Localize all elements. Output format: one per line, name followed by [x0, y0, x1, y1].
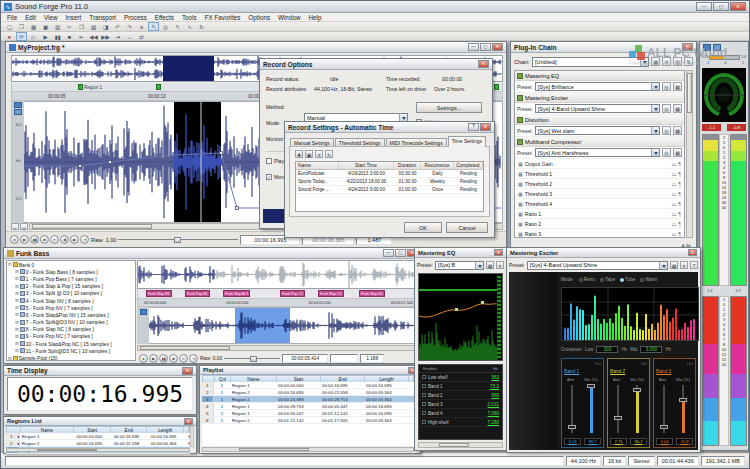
expander-icon[interactable]: ⊞ — [15, 298, 19, 303]
fader-icon[interactable]: ▭ — [672, 191, 677, 197]
preset-dropdown[interactable]: [Sys] Anti Harshness — [535, 148, 660, 157]
expander-icon[interactable]: ⊞ — [15, 327, 19, 332]
horizontal-scrollbar[interactable] — [6, 448, 190, 452]
plugin-entry[interactable]: Distortion Preset: [Sys] Wet slam ◎ ▦ — [515, 115, 684, 137]
tree-root[interactable]: ⊟ Bank 0 — [7, 261, 135, 268]
transport-icon[interactable]: ⟳ — [16, 32, 27, 41]
menu-item[interactable]: Tools — [178, 13, 201, 22]
expander-icon[interactable]: ⊞ — [15, 312, 19, 317]
automation-parameter-row[interactable]: ▦ Output Gain ▭ ¶ — [515, 159, 684, 169]
amt-value[interactable]: 3.04 — [564, 438, 581, 445]
zoom-in-button[interactable]: + — [20, 223, 28, 230]
overview-selection[interactable] — [163, 56, 214, 81]
tree-item[interactable]: ⊞ 7 - Funk Split@D3 NV [ 10 samples ] — [7, 319, 135, 326]
tree-item[interactable]: ⊞ 1 - Funk Pop Bass [ 7 samples ] — [7, 275, 135, 282]
plugin-ui-icon[interactable]: ▦ — [673, 126, 682, 135]
expander-icon[interactable]: ⊞ — [15, 284, 19, 289]
mastering-exciter-titlebar[interactable]: Mastering Exciter ✕ — [507, 248, 700, 258]
amt-slider-handle[interactable] — [568, 425, 576, 429]
channel-selector-icon[interactable] — [140, 309, 147, 315]
expander-icon[interactable]: ⊞ — [15, 320, 19, 325]
channel-selector-icon[interactable] — [14, 109, 22, 115]
eq-band-row[interactable]: Band 1 73.2 — [419, 382, 502, 391]
transport-button[interactable]: ◀ — [60, 235, 69, 244]
mix-value[interactable]: 90.2 — [630, 438, 647, 445]
window-maximize-button[interactable]: ▢ — [395, 249, 406, 257]
toolbar-icon[interactable]: ▣ — [40, 22, 51, 31]
transport-button[interactable]: ▶ — [70, 235, 79, 244]
bypass-icon[interactable]: ◎ — [662, 148, 671, 157]
menu-item[interactable]: Effects — [151, 13, 178, 22]
fader-icon[interactable]: ▭ — [672, 161, 677, 167]
enable-checkbox[interactable] — [422, 375, 426, 379]
transport-icon[interactable]: ▷ — [28, 32, 39, 41]
enable-checkbox[interactable] — [422, 393, 426, 397]
transport-button[interactable]: ▮▮ — [30, 235, 39, 244]
settings-toolbar-icon[interactable]: ▣ — [305, 150, 313, 158]
preset-dropdown[interactable]: [Sys] B — [435, 261, 484, 270]
menu-item[interactable]: Edit — [21, 13, 40, 22]
automation-parameter-row[interactable]: ▦ Threshold 3 ▭ ¶ — [515, 189, 684, 199]
toolbar-icon[interactable]: ↖ — [148, 22, 159, 31]
expander-icon[interactable]: ⊞ — [15, 348, 19, 353]
band-frequency[interactable]: 7,280 — [488, 420, 500, 425]
tree-item[interactable]: ⊞ 0 - Funk Slap Bass [ 8 samples ] — [7, 268, 135, 275]
bypass-icon[interactable]: ◎ — [662, 82, 671, 91]
sample-time-ruler[interactable]: 00:00:00.00000:00:00.50000:00:01.00000:0… — [137, 299, 420, 307]
record-options-titlebar[interactable]: Record Options ✕ — [260, 59, 492, 70]
clip-indicator-left[interactable]: -1.1 — [702, 124, 721, 131]
eq-band-row[interactable]: Band 2 969 — [419, 391, 502, 400]
window-close-button[interactable]: ✕ — [492, 43, 503, 51]
tree-item[interactable]: ⊞ 10 - Funk Slap&Pop NC [ 15 samples ] — [7, 340, 135, 347]
playlist-row[interactable]: 1 ▸ 1 Region 100:00:00.00000:00:16.69500… — [202, 382, 414, 389]
transport-button[interactable]: ⇥ — [80, 235, 89, 244]
sample-marker[interactable]: Funk Slap C2 — [318, 290, 344, 297]
window-close-button[interactable]: ✕ — [688, 249, 697, 256]
expander-icon[interactable]: ⊞ — [15, 291, 19, 296]
help-icon[interactable]: ? — [690, 261, 698, 269]
amt-slider-track[interactable] — [617, 385, 619, 433]
fader-icon[interactable]: ▭ — [672, 211, 677, 217]
minimize-button[interactable]: — — [696, 2, 712, 11]
band-frequency[interactable]: 969 — [491, 393, 499, 398]
plugin-ui-icon[interactable]: ▦ — [673, 82, 682, 91]
toolbar-icon[interactable]: ↶ — [112, 22, 123, 31]
param-menu-icon[interactable]: ¶ — [678, 231, 681, 237]
window-minimize-button[interactable]: — — [468, 43, 479, 51]
transport-icon[interactable]: ◀◀ — [88, 32, 99, 41]
low-crossover-value[interactable]: 300 — [596, 346, 618, 353]
playlist-row[interactable]: 4 ▸ 1 Region 100:00:28.75300:00:45.44700… — [202, 403, 414, 410]
region-marker[interactable]: Region 1 — [78, 84, 102, 90]
param-menu-icon[interactable]: ¶ — [678, 171, 681, 177]
rate-slider[interactable] — [224, 358, 280, 359]
toolbar-icon[interactable]: ∿ — [184, 22, 195, 31]
toolbar-icon[interactable]: ✂ — [64, 22, 75, 31]
tree-item[interactable]: ⊞ 6 - Funk Slap&Pop NV [ 15 samples ] — [7, 311, 135, 318]
tab-time-settings[interactable]: Time Settings — [448, 136, 486, 147]
transport-button[interactable]: ⇤ — [179, 354, 188, 363]
settings-toolbar-icon[interactable]: ✎ — [325, 150, 333, 158]
toolbar-icon[interactable]: ✎ — [172, 22, 183, 31]
band-frequency[interactable]: 7,060 — [488, 411, 500, 416]
band-frequency[interactable]: 73.2 — [490, 384, 499, 389]
automation-parameter-row[interactable]: ▦ Ratio 1 ▭ ¶ — [515, 209, 684, 219]
settings-toolbar-icon[interactable]: ✕ — [315, 150, 323, 158]
amt-value[interactable]: 7.71 — [610, 438, 627, 445]
amt-slider-handle[interactable] — [614, 416, 622, 420]
sample-marker[interactable]: Funk Pop B1 — [185, 290, 210, 297]
save-preset-icon[interactable]: ▦ — [670, 261, 678, 269]
funk-bass-titlebar[interactable]: Funk Bass — ▢ ✕ — [4, 248, 421, 259]
menu-item[interactable]: Help — [304, 13, 325, 22]
sample-marker[interactable]: Funk Slap D2 — [359, 290, 385, 297]
expander-icon[interactable]: ⊞ — [15, 276, 19, 281]
cancel-button[interactable]: Cancel — [446, 222, 488, 233]
plugin-entry[interactable]: Multiband Compressor Preset: [Sys] Anti … — [515, 137, 684, 159]
expander-icon[interactable]: ⊞ — [15, 334, 19, 339]
save-preset-icon[interactable]: ▦ — [486, 261, 494, 269]
tree-item[interactable]: ⊞ 4 - Funk Slap NV [ 8 samples ] — [7, 297, 135, 304]
schedule-row[interactable]: EuroPodcast4/19/2013 3:00:0000:30:00Dail… — [296, 170, 483, 178]
sample-marker[interactable]: Funk Slap B1 — [146, 290, 172, 297]
menu-item[interactable]: File — [3, 13, 21, 22]
plugin-entry[interactable]: Mastering Exciter Preset: [Sys] 4-Band U… — [515, 93, 684, 115]
delete-preset-icon[interactable]: ✕ — [496, 261, 504, 269]
